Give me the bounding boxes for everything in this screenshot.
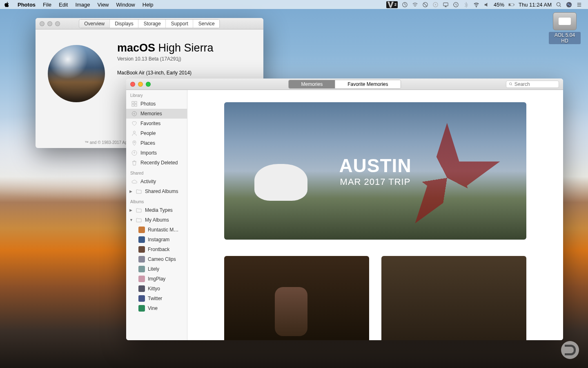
time-machine-icon[interactable] (453, 2, 459, 8)
minimize-button[interactable] (138, 82, 143, 87)
photos-sidebar: Library Photos Memories Favorites People… (126, 90, 187, 340)
memory-subtitle: MAR 2017 TRIP (340, 177, 411, 187)
memory-card-san-francisco[interactable]: SAN FRANCISCO (381, 256, 526, 340)
svg-point-12 (510, 83, 512, 85)
sidebar-item-recently-deleted[interactable]: Recently Deleted (126, 158, 187, 168)
wifi-secondary-icon[interactable] (412, 2, 418, 8)
album-thumb-icon (138, 256, 145, 263)
about-tab-overview[interactable]: Overview (79, 20, 110, 28)
menu-file[interactable]: File (39, 2, 55, 8)
svg-rect-15 (132, 104, 134, 106)
sidebar-album-item[interactable]: Instagram (126, 235, 187, 245)
about-titlebar[interactable]: Overview Displays Storage Support Servic… (36, 18, 263, 29)
photos-titlebar[interactable]: Memories Favorite Memories (126, 79, 563, 90)
disk-label: AOL 5.04 HD (549, 32, 581, 44)
about-tab-service[interactable]: Service (194, 20, 220, 28)
album-thumb-icon (138, 295, 145, 302)
volume-icon[interactable] (483, 2, 490, 8)
memory-card-on-this-day[interactable]: ON THIS DAY (224, 256, 369, 340)
menu-edit[interactable]: Edit (55, 2, 71, 8)
svg-rect-16 (135, 104, 137, 106)
sidebar-album-item[interactable]: Runtastic M… (126, 225, 187, 235)
album-thumb-icon (138, 246, 145, 253)
airplay-icon[interactable] (443, 2, 449, 8)
sidebar-album-item[interactable]: Litely (126, 264, 187, 274)
sidebar-section-albums: Albums (126, 196, 187, 205)
photos-view-tabs: Memories Favorite Memories (288, 80, 401, 89)
sidebar-section-shared: Shared (126, 168, 187, 177)
cloud-icon (131, 178, 138, 185)
menu-window[interactable]: Window (113, 2, 139, 8)
photos-main[interactable]: AUSTIN MAR 2017 TRIP ON THIS DAY SAN FRA… (187, 90, 563, 340)
sidebar-item-favorites[interactable]: Favorites (126, 119, 187, 128)
sidebar-item-places[interactable]: Places (126, 138, 187, 148)
tab-memories[interactable]: Memories (289, 80, 335, 88)
menu-image[interactable]: Image (71, 2, 94, 8)
tab-favorite-memories[interactable]: Favorite Memories (335, 80, 400, 88)
grid-icon (131, 101, 138, 107)
album-thumb-icon (138, 276, 145, 282)
disk-icon (553, 12, 577, 30)
sidebar-album-item[interactable]: Twitter (126, 294, 187, 303)
album-thumb-icon (138, 266, 145, 272)
about-tab-support[interactable]: Support (166, 20, 194, 28)
about-tab-storage[interactable]: Storage (139, 20, 166, 28)
sidebar-item-memories[interactable]: Memories (126, 109, 187, 119)
sidebar-item-shared-albums[interactable]: ▶Shared Albums (126, 186, 187, 196)
album-thumb-icon (138, 285, 145, 292)
search-field[interactable] (506, 81, 559, 88)
chevron-right-icon: ▶ (129, 208, 133, 212)
album-label: Cameo Clips (148, 256, 176, 262)
album-label: Twitter (148, 296, 162, 301)
location-icon[interactable] (432, 2, 439, 8)
zoom-button[interactable] (55, 21, 60, 26)
sidebar-album-item[interactable]: Cameo Clips (126, 254, 187, 264)
do-not-disturb-icon[interactable] (422, 2, 428, 8)
about-tab-displays[interactable]: Displays (110, 20, 138, 28)
svg-point-18 (134, 131, 136, 133)
menu-view[interactable]: View (94, 2, 113, 8)
close-button[interactable] (130, 82, 135, 87)
person-icon (131, 130, 138, 137)
album-label: Instagram (148, 237, 169, 242)
sidebar-item-activity[interactable]: Activity (126, 177, 187, 186)
svg-rect-13 (132, 101, 134, 103)
sidebar-album-item[interactable]: ImgPlay (126, 274, 187, 284)
folder-icon (136, 217, 142, 223)
sidebar-item-people[interactable]: People (126, 128, 187, 138)
sidebar-item-imports[interactable]: Imports (126, 148, 187, 158)
memory-card-austin[interactable]: AUSTIN MAR 2017 TRIP (224, 102, 526, 240)
app-menu-name[interactable]: Photos (14, 2, 39, 8)
svg-point-10 (557, 2, 560, 6)
zoom-button[interactable] (146, 82, 151, 87)
sidebar-item-photos[interactable]: Photos (126, 99, 187, 109)
notification-center-icon[interactable] (576, 2, 582, 8)
menubar-clock[interactable]: Thu 11:24 AM (519, 2, 552, 8)
adobe-cc-icon[interactable]: 2 (386, 1, 398, 8)
sidebar-item-media-types[interactable]: ▶Media Types (126, 205, 187, 215)
siri-icon[interactable] (566, 2, 572, 8)
desktop-disk[interactable]: AOL 5.04 HD (549, 12, 581, 44)
sidebar-album-item[interactable]: Vine (126, 303, 187, 313)
folder-icon (136, 188, 142, 195)
sidebar-album-item[interactable]: Frontback (126, 245, 187, 254)
wifi-icon[interactable] (473, 2, 479, 8)
sidebar-item-my-albums[interactable]: ▼My Albums (126, 215, 187, 225)
memory-title: AUSTIN (339, 155, 411, 177)
album-label: Litely (148, 266, 159, 272)
trash-icon (131, 159, 138, 166)
minimize-button[interactable] (47, 21, 52, 26)
os-version: Version 10.13 Beta (17A291j) (117, 56, 214, 62)
bluetooth-icon[interactable] (463, 2, 469, 8)
search-input[interactable] (514, 81, 556, 87)
apple-menu-icon[interactable] (4, 2, 10, 7)
app-status-icon[interactable] (402, 2, 408, 8)
menu-help[interactable]: Help (139, 2, 157, 8)
spotlight-icon[interactable] (556, 2, 562, 8)
sidebar-album-item[interactable]: Kittyo (126, 284, 187, 294)
album-thumb-icon (138, 236, 145, 243)
close-button[interactable] (40, 21, 45, 26)
battery-icon[interactable] (508, 2, 514, 8)
engadget-watermark-icon (561, 341, 579, 359)
album-label: ImgPlay (148, 276, 165, 282)
